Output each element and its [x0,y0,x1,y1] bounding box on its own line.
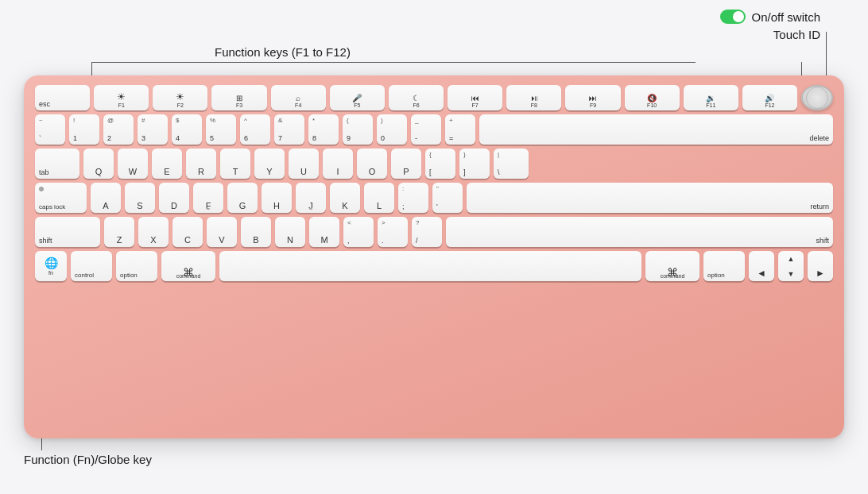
key-arrow-updown[interactable]: ▲ ▼ [778,251,804,281]
key-equal[interactable]: + = [445,114,475,145]
key-f7[interactable]: ⏮ F7 [448,85,502,110]
key-f6[interactable]: ☾ F6 [389,85,444,110]
key-6[interactable]: ^ 6 [240,114,270,145]
key-f2-icon: ☀ [157,91,203,102]
key-d[interactable]: D [159,183,189,213]
key-f[interactable]: F [193,183,223,213]
key-b[interactable]: B [241,217,271,247]
key-5-top: % [210,117,215,124]
key-f1[interactable]: ☀ F1 [94,85,149,110]
key-comma-bottom: , [347,237,350,245]
key-f4[interactable]: ⌕ F4 [271,85,326,110]
key-w[interactable]: W [118,149,148,179]
key-y[interactable]: Y [254,149,285,179]
key-semicolon[interactable]: : ; [398,183,428,213]
key-backslash[interactable]: | \ [494,149,529,179]
key-n-label: N [279,235,301,245]
key-f10[interactable]: 🔇 F10 [625,85,680,110]
key-0[interactable]: ) 0 [377,114,407,145]
key-7[interactable]: & 7 [274,114,304,145]
key-p[interactable]: P [391,149,421,179]
key-k[interactable]: K [330,183,360,213]
key-o[interactable]: O [357,149,387,179]
key-minus-bottom: - [415,134,417,142]
key-f2[interactable]: ☀ F2 [153,85,207,110]
key-command-right[interactable]: ⌘ command [645,251,699,281]
key-f11[interactable]: 🔉 F11 [684,85,738,110]
key-i[interactable]: I [323,149,353,179]
key-f12[interactable]: 🔊 F12 [742,85,797,110]
key-capslock[interactable]: caps lock [35,183,87,213]
key-4[interactable]: $ 4 [172,114,202,145]
key-f2-label: F2 [177,102,184,108]
key-c[interactable]: C [172,217,203,247]
key-5[interactable]: % 5 [206,114,236,145]
key-g[interactable]: G [227,183,258,213]
key-command-left[interactable]: ⌘ command [161,251,215,281]
key-u[interactable]: U [289,149,319,179]
key-m[interactable]: M [309,217,339,247]
key-f3[interactable]: ⊞ F3 [211,85,266,110]
key-quote[interactable]: " ' [432,183,463,213]
toggle-switch[interactable] [720,10,746,24]
key-arrow-right[interactable]: ► [808,251,833,281]
key-f12-label: F12 [765,102,774,108]
key-bracket-r[interactable]: } ] [459,149,490,179]
key-option-left-label: option [120,272,138,279]
key-minus[interactable]: _ - [411,114,441,145]
key-f4-label: F4 [295,102,301,108]
key-shift-right[interactable]: shift [446,217,833,247]
key-space[interactable] [219,251,641,281]
key-1[interactable]: ! 1 [69,114,99,145]
key-comma[interactable]: < , [343,217,374,247]
key-f9[interactable]: ⏭ F9 [565,85,620,110]
key-tab[interactable]: tab [35,149,79,179]
key-delete[interactable]: delete [479,114,833,145]
key-tilde[interactable]: ~ ` [35,114,65,145]
key-fn-globe[interactable]: 🌐 fn [35,251,67,281]
key-x[interactable]: X [138,217,169,247]
key-period[interactable]: > . [378,217,408,247]
key-t[interactable]: T [220,149,250,179]
key-a[interactable]: A [91,183,121,213]
key-f8[interactable]: ⏯ F8 [506,85,561,110]
key-control-left[interactable]: control [71,251,112,281]
key-6-top: ^ [244,117,247,124]
key-bracket-l[interactable]: { [ [425,149,455,179]
key-arrow-left[interactable]: ◄ [749,251,774,281]
key-v[interactable]: V [207,217,237,247]
key-l-label: L [368,201,390,210]
key-shift-left-label: shift [39,237,52,245]
key-n[interactable]: N [275,217,305,247]
key-q[interactable]: Q [83,149,114,179]
key-arrow-down[interactable]: ▼ [778,266,804,281]
key-touchid[interactable] [801,85,833,110]
key-j[interactable]: J [296,183,326,213]
key-2[interactable]: @ 2 [103,114,134,145]
key-option-right[interactable]: option [703,251,745,281]
key-slash[interactable]: ? / [412,217,442,247]
key-fn-globe-icon: 🌐 [45,257,58,269]
key-9[interactable]: ( 9 [343,114,373,145]
key-h[interactable]: H [262,183,292,213]
key-f5[interactable]: 🎤 F5 [330,85,385,110]
key-8[interactable]: * 8 [308,114,339,145]
fn-keys-line-h [91,62,696,63]
key-e[interactable]: E [152,149,182,179]
key-option-left[interactable]: option [116,251,157,281]
function-key-row: esc ☀ F1 ☀ F2 ⊞ F3 ⌕ F4 🎤 F5 ☾ F6 [35,85,833,110]
key-z[interactable]: Z [104,217,134,247]
key-shift-left[interactable]: shift [35,217,100,247]
key-r[interactable]: R [186,149,216,179]
key-3[interactable]: # 3 [138,114,168,145]
key-esc[interactable]: esc [35,85,90,110]
key-command-left-label: command [161,273,215,279]
key-return[interactable]: return [467,183,833,213]
key-8-bottom: 8 [312,134,316,142]
key-l[interactable]: L [364,183,394,213]
key-3-bottom: 3 [141,134,145,142]
key-arrow-up[interactable]: ▲ [778,251,804,266]
key-bracket-r-top: } [463,151,466,158]
key-s[interactable]: S [125,183,155,213]
key-m-label: M [313,235,335,245]
